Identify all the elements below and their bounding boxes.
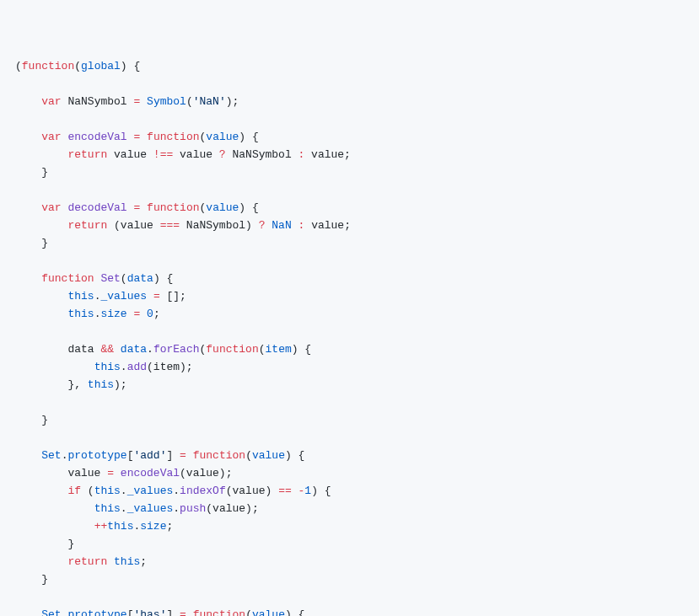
code-token: value (15, 467, 107, 479)
code-token (15, 502, 94, 515)
code-token: function (147, 131, 199, 143)
code-block: (function(global) { var NaNSymbol = Symb… (15, 57, 691, 616)
code-token: ( (121, 272, 127, 285)
code-token: value; (304, 219, 351, 232)
code-token: Set (41, 449, 61, 462)
code-token (15, 555, 67, 568)
code-token (15, 449, 41, 462)
code-token: this (67, 290, 94, 303)
code-token: value (107, 148, 153, 161)
code-token: } (15, 414, 48, 426)
code-token: value; (304, 148, 351, 161)
code-token: 0 (147, 308, 153, 320)
code-token (292, 485, 298, 497)
code-token (114, 343, 121, 356)
code-token (15, 361, 94, 373)
code-token: this (94, 485, 121, 497)
code-token (186, 449, 193, 462)
code-token: function (193, 608, 245, 616)
code-token: value (252, 449, 285, 462)
code-token: forEach (153, 343, 200, 356)
code-token: 'add' (133, 449, 166, 462)
code-token: var (41, 131, 61, 143)
code-token: . (173, 485, 180, 497)
code-token: return (67, 219, 107, 232)
code-token (15, 290, 67, 303)
code-token (15, 308, 67, 320)
code-token (15, 272, 41, 285)
code-token: NaNSymbol (62, 95, 134, 108)
code-token: ? (259, 219, 266, 232)
code-token: prototype (67, 608, 126, 616)
code-token: ( (15, 60, 22, 72)
code-token: data (127, 272, 153, 285)
code-token: function (41, 272, 94, 285)
code-token: && (100, 343, 114, 356)
code-token: . (147, 343, 153, 356)
code-token: }, (15, 378, 88, 391)
code-token: = (180, 449, 186, 462)
code-token: this (114, 555, 140, 568)
code-token: this (94, 502, 121, 515)
code-token: if (67, 485, 81, 497)
code-token: (value); (180, 467, 232, 479)
code-token: ); (226, 95, 239, 108)
code-token: = (107, 467, 114, 479)
code-token (147, 290, 153, 303)
code-token: encodeVal (121, 467, 180, 479)
code-token: Set (41, 608, 61, 616)
code-token: . (121, 502, 127, 515)
code-token: global (81, 60, 121, 72)
code-token: NaNSymbol (226, 148, 298, 161)
code-token (15, 219, 67, 232)
code-token: NaNSymbol) (180, 219, 259, 232)
code-token: (item); (147, 361, 193, 373)
code-token: this (88, 378, 114, 391)
code-token (15, 201, 41, 214)
code-token: data (121, 343, 147, 356)
code-token: (value); (206, 502, 258, 515)
code-token: function (193, 449, 245, 462)
code-token: ( (186, 95, 193, 108)
code-token (140, 95, 147, 108)
code-token: value (206, 201, 239, 214)
code-token: var (41, 95, 61, 108)
code-token: ) { (311, 485, 331, 497)
code-token: ( (245, 608, 252, 616)
code-token (292, 219, 298, 232)
code-token: []; (160, 290, 186, 303)
code-token: prototype (67, 449, 126, 462)
code-token: = (153, 290, 160, 303)
code-token (107, 555, 114, 568)
code-token: !== (153, 148, 173, 161)
code-token: } (15, 538, 74, 550)
code-token: } (15, 237, 48, 249)
code-token: ++ (94, 520, 108, 533)
code-token: function (147, 201, 199, 214)
code-token: ) { (239, 131, 258, 143)
code-token: ) { (239, 201, 258, 214)
code-token (140, 131, 147, 143)
code-token (15, 95, 41, 108)
code-token: function (22, 60, 74, 72)
code-token: data (15, 343, 100, 356)
code-token: value (252, 608, 285, 616)
code-token: add (127, 361, 147, 373)
code-token: 'NaN' (193, 95, 226, 108)
code-token: ) { (285, 449, 304, 462)
code-token: ); (114, 378, 127, 391)
code-token (15, 148, 67, 161)
code-token (186, 608, 193, 616)
code-token (140, 308, 147, 320)
code-token: encodeVal (67, 131, 126, 143)
code-token: ? (219, 148, 226, 161)
code-token: 'has' (133, 608, 166, 616)
code-token: . (121, 485, 127, 497)
code-token: ( (81, 485, 94, 497)
code-token: item (266, 343, 292, 356)
code-token: ) { (292, 343, 311, 356)
code-token: ) { (285, 608, 304, 616)
code-token: NaN (272, 219, 291, 232)
code-token: (value (107, 219, 159, 232)
code-token: this (94, 361, 121, 373)
